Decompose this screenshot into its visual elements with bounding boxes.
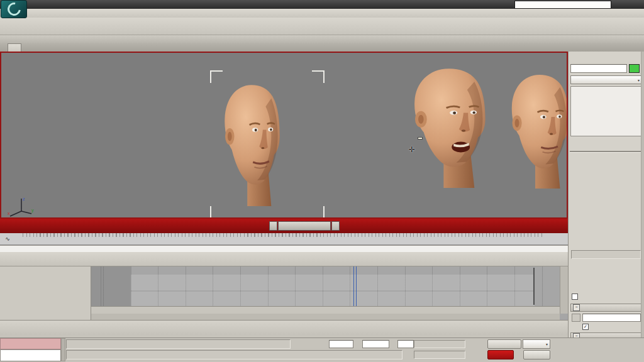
- track-bar[interactable]: ∿: [0, 233, 568, 245]
- morph-heads-render: [1, 53, 568, 217]
- svg-text:z: z: [23, 197, 25, 201]
- horizontal-scrollbar[interactable]: [91, 314, 560, 320]
- selection-bracket-icon: [210, 70, 223, 83]
- y-coordinate-field[interactable]: [362, 340, 389, 348]
- open-mini-curve-editor-icon[interactable]: ∿: [2, 234, 13, 243]
- set-key-button[interactable]: [487, 350, 514, 359]
- maxscript-mini-listener[interactable]: [0, 349, 61, 361]
- chevron-down-icon: ▾: [636, 78, 640, 82]
- channel-name-field[interactable]: [582, 314, 641, 322]
- trackview-hierarchy[interactable]: [0, 266, 91, 320]
- morph-target-tooltip: [418, 137, 423, 140]
- next-frame-arrow[interactable]: [331, 221, 340, 231]
- selection-bracket-icon: [210, 206, 223, 219]
- curve-editor-time-ruler: [91, 306, 560, 314]
- modifier-list-dropdown[interactable]: ▾: [570, 75, 642, 84]
- key-mode-dropdown[interactable]: ▾: [523, 339, 550, 349]
- key-filters-button[interactable]: [523, 350, 550, 359]
- channel-active-row[interactable]: ✓: [582, 324, 591, 330]
- previous-frame-arrow[interactable]: [269, 221, 277, 231]
- menu-bar: [0, 9, 644, 18]
- range-end-bracket: [533, 268, 535, 305]
- app-menu-logo[interactable]: [1, 0, 27, 18]
- panel-divider: [570, 151, 642, 153]
- svg-text:y: y: [31, 208, 34, 213]
- trackview-status-toolbar: [0, 320, 568, 335]
- modifier-stack[interactable]: [570, 86, 642, 136]
- panel-scrollbar[interactable]: [641, 52, 644, 339]
- auto-reload-row[interactable]: [572, 293, 580, 300]
- channel-parameters-rollout[interactable]: −: [570, 304, 641, 312]
- audio-waveform: [91, 266, 560, 306]
- time-slider-value[interactable]: [278, 221, 331, 231]
- add-time-tag[interactable]: [414, 351, 465, 359]
- world-axis-tripod: x z y: [6, 195, 34, 219]
- tab-polygon-modeling[interactable]: [8, 43, 21, 52]
- selection-bracket-icon: [312, 206, 325, 219]
- object-name-field[interactable]: [570, 64, 627, 73]
- trackview-toolbar: [0, 252, 568, 266]
- crosshair-cursor-icon: ✛: [409, 145, 415, 154]
- ribbon-subtab-row: [0, 43, 644, 52]
- channel-number: [572, 314, 580, 322]
- trackview-menu-bar: [0, 245, 568, 252]
- object-color-swatch[interactable]: [629, 64, 640, 73]
- grid-setting: [414, 340, 465, 348]
- list-range: [571, 250, 641, 259]
- collapse-icon[interactable]: −: [573, 304, 580, 311]
- ribbon-tab-row: [0, 35, 644, 43]
- search-input[interactable]: [514, 1, 611, 9]
- 3ds-max-window: ✛ x z y ∿: [0, 0, 644, 362]
- z-coordinate-field[interactable]: [397, 340, 414, 348]
- status-bar: ▾: [0, 337, 644, 362]
- auto-key-button[interactable]: [487, 339, 521, 349]
- main-toolbar: [0, 18, 644, 35]
- macro-recorder-pane[interactable]: [0, 338, 61, 349]
- vertical-scrollbar[interactable]: [560, 266, 568, 314]
- auto-reload-checkbox[interactable]: [572, 293, 578, 300]
- svg-text:x: x: [8, 211, 10, 216]
- time-slider-track[interactable]: [0, 219, 568, 233]
- infocenter: [514, 1, 613, 9]
- listener-scrollbar[interactable]: [61, 338, 65, 361]
- command-panel: ▾ − ✓ −: [568, 52, 644, 339]
- selection-bracket-icon: [312, 70, 325, 83]
- channel-active-checkbox[interactable]: ✓: [582, 324, 589, 330]
- curve-editor-canvas[interactable]: [91, 266, 568, 320]
- selection-status: [66, 339, 291, 349]
- x-coordinate-field[interactable]: [329, 340, 353, 348]
- chevron-down-icon: ▾: [544, 342, 548, 346]
- perspective-viewport[interactable]: ✛ x z y: [0, 52, 568, 219]
- prompt-line: [66, 350, 402, 359]
- track-bar-ticks: [23, 233, 545, 237]
- 3dsmax-logo-icon: [4, 0, 23, 18]
